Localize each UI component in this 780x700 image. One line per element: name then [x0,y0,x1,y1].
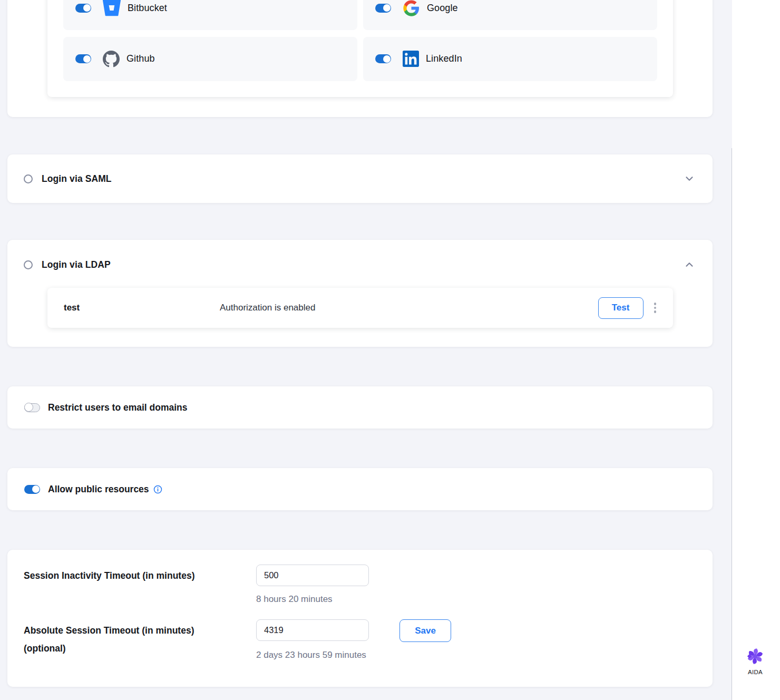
chevron-up-icon[interactable] [684,259,695,270]
session-timeouts-card: Session Inactivity Timeout (in minutes) … [7,550,713,687]
provider-row-github: Github [63,37,357,81]
provider-label: Google [427,3,458,14]
inactivity-timeout-row: Session Inactivity Timeout (in minutes) … [24,565,696,605]
inactivity-timeout-label: Session Inactivity Timeout (in minutes) [24,565,256,605]
google-toggle[interactable] [375,4,391,13]
saml-section-card: Login via SAML [7,154,713,203]
absolute-timeout-label-line1: Absolute Session Timeout (in minutes) [24,621,256,639]
saml-title: Login via SAML [42,173,112,184]
aida-badge[interactable]: AIDA [740,647,771,675]
absolute-timeout-label-line2: (optional) [24,639,256,657]
kebab-menu-icon[interactable] [651,300,660,315]
chevron-down-icon[interactable] [684,173,695,184]
bitbucket-toggle[interactable] [75,4,91,13]
restrict-email-domains-label: Restrict users to email domains [48,402,188,413]
provider-row-google: Google [363,0,657,30]
linkedin-icon [403,51,419,67]
social-providers-card: Bitbucket Google [7,0,713,117]
aida-label: AIDA [740,669,771,675]
provider-label: Github [126,53,155,64]
allow-public-resources-label: Allow public resources [48,484,149,495]
save-button[interactable]: Save [399,619,451,642]
restrict-email-domains-card: Restrict users to email domains [7,386,713,429]
linkedin-toggle[interactable] [375,54,391,63]
absolute-timeout-row: Absolute Session Timeout (in minutes) (o… [24,619,696,660]
ldap-title: Login via LDAP [42,259,111,270]
social-providers-panel: Bitbucket Google [47,0,673,97]
ldap-entry-name: test [64,303,220,313]
inactivity-timeout-hint: 8 hours 20 minutes [256,594,696,605]
auth-settings-page: Bitbucket Google [0,0,780,700]
inactivity-timeout-input[interactable] [256,565,369,586]
google-icon [403,0,420,17]
bitbucket-icon [103,0,121,17]
allow-public-resources-card: Allow public resources [7,468,713,510]
ldap-section-header[interactable]: Login via LDAP [7,254,713,276]
provider-row-linkedin: LinkedIn [363,37,657,81]
info-icon[interactable] [153,485,162,494]
restrict-email-domains-toggle[interactable] [24,403,40,412]
ldap-entry-row: test Authorization is enabled Test [47,288,673,328]
aida-logo-icon [746,658,764,667]
vertical-divider [732,148,732,700]
ldap-test-button[interactable]: Test [598,297,643,319]
provider-row-bitbucket: Bitbucket [63,0,357,30]
absolute-timeout-hint: 2 days 23 hours 59 minutes [256,650,696,660]
absolute-timeout-label: Absolute Session Timeout (in minutes) (o… [24,619,256,660]
ldap-section-card: Login via LDAP test Authorization is ena… [7,240,713,347]
allow-public-resources-toggle[interactable] [24,485,40,494]
ldap-entry-status: Authorization is enabled [220,303,315,313]
ldap-radio[interactable] [24,260,33,269]
github-icon [103,51,120,67]
saml-section-header[interactable]: Login via SAML [7,154,713,203]
saml-radio[interactable] [24,174,33,183]
provider-label: Bitbucket [128,3,167,14]
provider-label: LinkedIn [426,53,462,64]
absolute-timeout-input[interactable] [256,619,369,641]
github-toggle[interactable] [75,54,91,63]
right-gutter-panel [732,0,780,700]
